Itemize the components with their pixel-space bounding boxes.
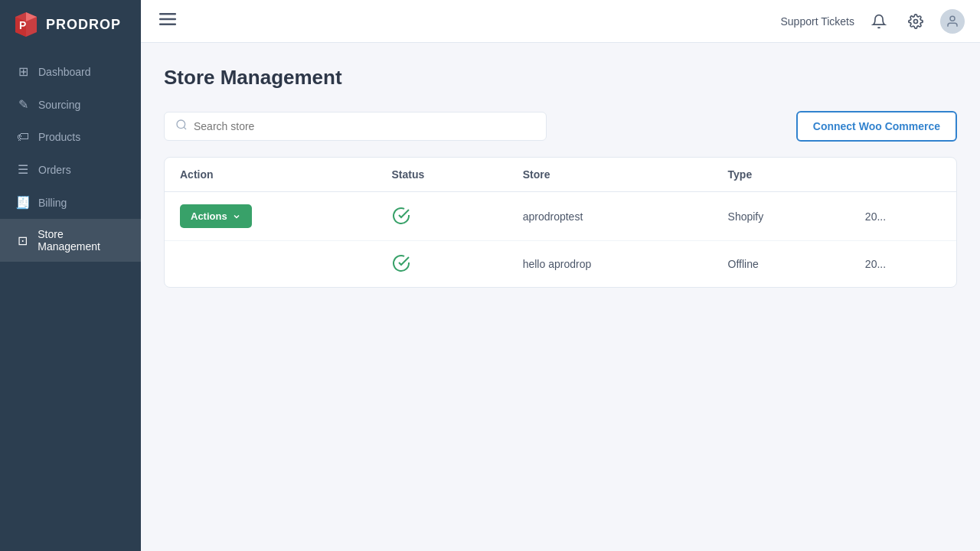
sidebar-item-label: Store Management bbox=[38, 228, 126, 253]
col-header-action: Action bbox=[165, 158, 376, 192]
table-row: Actions bbox=[165, 192, 956, 241]
page-content: Store Management Connect Woo Commerce A bbox=[141, 43, 980, 551]
row2-store-cell: hello aprodrop bbox=[508, 241, 713, 288]
row2-action-cell bbox=[165, 241, 376, 288]
status-active-icon bbox=[391, 253, 411, 273]
col-header-status: Status bbox=[376, 158, 507, 192]
svg-rect-4 bbox=[159, 13, 176, 15]
sidebar-item-label: Dashboard bbox=[38, 66, 91, 78]
svg-point-8 bbox=[950, 16, 955, 21]
stores-table: Action Status Store Type Actions bbox=[164, 157, 957, 288]
billing-icon: 🧾 bbox=[15, 195, 31, 210]
col-header-date bbox=[850, 158, 956, 192]
row1-type-cell: Shopify bbox=[713, 192, 850, 241]
sourcing-icon: ✎ bbox=[15, 97, 31, 112]
sidebar-item-orders[interactable]: ☰ Orders bbox=[0, 153, 141, 186]
col-header-store: Store bbox=[508, 158, 713, 192]
sidebar-item-label: Sourcing bbox=[38, 99, 80, 111]
logo-icon: P bbox=[12, 11, 40, 38]
search-bar bbox=[164, 112, 547, 141]
header: Support Tickets bbox=[141, 0, 980, 43]
row1-date-cell: 20... bbox=[850, 192, 956, 241]
user-icon bbox=[946, 15, 959, 28]
svg-text:P: P bbox=[19, 19, 26, 31]
app-name: PRODROP bbox=[46, 17, 121, 33]
toolbar: Connect Woo Commerce bbox=[164, 111, 957, 142]
store-management-icon: ⊡ bbox=[15, 233, 30, 248]
row2-date-cell: 20... bbox=[850, 241, 956, 288]
sidebar: P PRODROP ⊞ Dashboard ✎ Sourcing 🏷 Produ… bbox=[0, 0, 141, 551]
menu-toggle-button[interactable] bbox=[156, 8, 179, 34]
sidebar-item-products[interactable]: 🏷 Products bbox=[0, 121, 141, 153]
main-area: Support Tickets Sto bbox=[141, 0, 980, 551]
page-title: Store Management bbox=[164, 66, 957, 90]
header-actions: Support Tickets bbox=[781, 9, 965, 34]
dashboard-icon: ⊞ bbox=[15, 64, 31, 79]
row2-status-cell bbox=[376, 241, 507, 288]
notifications-button[interactable] bbox=[867, 9, 891, 34]
row1-store-cell: aprodroptest bbox=[508, 192, 713, 241]
sidebar-item-sourcing[interactable]: ✎ Sourcing bbox=[0, 88, 141, 121]
sidebar-item-label: Orders bbox=[38, 164, 71, 176]
products-icon: 🏷 bbox=[15, 130, 31, 144]
connect-woo-commerce-button[interactable]: Connect Woo Commerce bbox=[796, 111, 957, 142]
status-active-icon bbox=[391, 206, 411, 226]
row1-status-cell bbox=[376, 192, 507, 241]
chevron-down-icon bbox=[232, 212, 241, 221]
sidebar-item-label: Products bbox=[38, 131, 80, 143]
table-header-row: Action Status Store Type bbox=[165, 158, 956, 192]
sidebar-item-dashboard[interactable]: ⊞ Dashboard bbox=[0, 55, 141, 88]
col-header-type: Type bbox=[713, 158, 850, 192]
svg-point-7 bbox=[914, 19, 918, 23]
orders-icon: ☰ bbox=[15, 162, 31, 177]
actions-button-row1[interactable]: Actions bbox=[180, 204, 252, 228]
support-tickets-link[interactable]: Support Tickets bbox=[781, 15, 855, 28]
search-input[interactable] bbox=[194, 120, 535, 132]
svg-rect-6 bbox=[159, 24, 176, 26]
row1-action-cell: Actions bbox=[165, 192, 376, 241]
settings-button[interactable] bbox=[903, 9, 928, 34]
sidebar-item-label: Billing bbox=[38, 197, 67, 209]
bell-icon bbox=[871, 14, 887, 29]
svg-point-9 bbox=[177, 120, 185, 129]
table-row: hello aprodrop Offline 20... bbox=[165, 241, 956, 288]
row2-type-cell: Offline bbox=[713, 241, 850, 288]
sidebar-item-store-management[interactable]: ⊡ Store Management bbox=[0, 219, 141, 262]
search-icon bbox=[175, 119, 188, 134]
logo-area[interactable]: P PRODROP bbox=[0, 0, 141, 49]
svg-rect-5 bbox=[159, 18, 176, 21]
svg-line-10 bbox=[184, 127, 186, 129]
sidebar-nav: ⊞ Dashboard ✎ Sourcing 🏷 Products ☰ Orde… bbox=[0, 49, 141, 262]
sidebar-item-billing[interactable]: 🧾 Billing bbox=[0, 186, 141, 219]
user-avatar[interactable] bbox=[940, 9, 965, 34]
gear-icon bbox=[908, 14, 923, 29]
